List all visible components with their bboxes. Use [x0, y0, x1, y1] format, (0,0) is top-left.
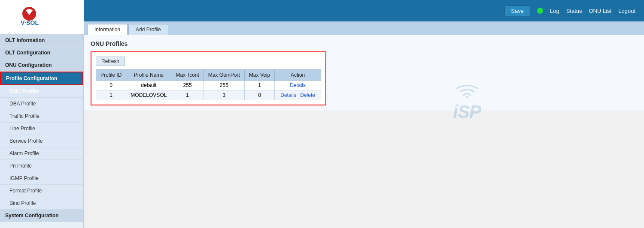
table-cell: 1 [96, 90, 126, 100]
tabs-bar: Information Add Profile [84, 21, 644, 35]
refresh-button[interactable]: Refresh [96, 57, 125, 66]
table-cell: 1 [244, 81, 274, 90]
table-cell: default [126, 81, 171, 90]
sidebar-item-olt-configuration[interactable]: OLT Configuration [0, 47, 83, 59]
sidebar-item-traffic-profile[interactable]: Traffic Profile [0, 110, 83, 123]
sidebar-item-onu-configuration[interactable]: ONU Configuration [0, 59, 83, 72]
table-cell: 1 [171, 90, 204, 100]
col-header-max-gemport: Max GemPort [204, 70, 244, 81]
sidebar-item-alarm-profile[interactable]: Alarm Profile [0, 147, 83, 160]
log-link[interactable]: Log [550, 8, 559, 14]
onu-list-link[interactable]: ONU List [589, 8, 612, 14]
page-title: ONU Profiles [91, 40, 637, 47]
header: V·SOL Save Log Status ONU List Logout [0, 0, 644, 21]
logo-area: V·SOL [0, 0, 84, 34]
delete-link[interactable]: Delete [300, 92, 315, 98]
details-link[interactable]: Details [280, 92, 296, 98]
tab-add-profile[interactable]: Add Profile [128, 24, 168, 35]
main-wrapper: Information Add Profile ONU Profiles Ref… [84, 21, 644, 228]
table-cell: MODELOVSOL [126, 90, 171, 100]
table-row: 0default2552551Details [96, 81, 321, 90]
action-cell: Details Delete [275, 90, 321, 100]
sidebar-item-igmp-profile[interactable]: IGMP Profile [0, 172, 83, 185]
vsol-logo: V·SOL [16, 4, 68, 30]
col-header-profile-id: Profile ID [96, 70, 126, 81]
col-header-max-veip: Max Veip [244, 70, 274, 81]
sidebar-item-service-profile[interactable]: Service Profile [0, 135, 83, 147]
action-cell: Details [275, 81, 321, 90]
sidebar-item-profile-configuration[interactable]: Profile Configuration [0, 72, 83, 85]
svg-text:V·SOL: V·SOL [21, 19, 39, 26]
sidebar-item-bind-profile[interactable]: Bind Profile [0, 197, 83, 210]
table-header-row: Profile ID Profile Name Max Tcont Max Ge… [96, 70, 321, 81]
save-button[interactable]: Save [504, 6, 530, 16]
main-content: Information Add Profile ONU Profiles Ref… [84, 21, 644, 111]
table-cell: 0 [244, 90, 274, 100]
col-header-max-tcont: Max Tcont [171, 70, 204, 81]
sidebar-item-pri-profile[interactable]: Pri Profile [0, 160, 83, 172]
sidebar-item-format-profile[interactable]: Format Profile [0, 185, 83, 197]
status-indicator [537, 8, 543, 14]
content-area: ONU Profiles Refresh Profile ID Profile … [84, 35, 644, 111]
sidebar-item-olt-information[interactable]: OLT Information [0, 34, 83, 47]
sidebar-item-system-configuration[interactable]: System Configuration [0, 210, 83, 222]
col-header-profile-name: Profile Name [126, 70, 171, 81]
sidebar-item-dba-profile[interactable]: DBA Profile [0, 98, 83, 110]
table-cell: 255 [171, 81, 204, 90]
header-actions: Save Log Status ONU List Logout [504, 6, 635, 16]
table-cell: 255 [204, 81, 244, 90]
logout-link[interactable]: Logout [618, 8, 635, 14]
tab-information[interactable]: Information [87, 24, 128, 35]
table-container: Refresh Profile ID Profile Name Max Tcon… [91, 51, 326, 105]
details-link[interactable]: Details [290, 82, 306, 88]
status-link[interactable]: Status [566, 8, 582, 14]
sidebar-item-onu-profile[interactable]: ONU Profile [0, 85, 83, 98]
profiles-table: Profile ID Profile Name Max Tcont Max Ge… [96, 69, 321, 100]
sidebar: OLT Information OLT Configuration ONU Co… [0, 21, 84, 228]
table-cell: 0 [96, 81, 126, 90]
col-header-action: Action [275, 70, 321, 81]
table-row: 1MODELOVSOL130Details Delete [96, 90, 321, 100]
table-cell: 3 [204, 90, 244, 100]
layout: OLT Information OLT Configuration ONU Co… [0, 21, 644, 228]
sidebar-item-line-profile[interactable]: Line Profile [0, 123, 83, 135]
